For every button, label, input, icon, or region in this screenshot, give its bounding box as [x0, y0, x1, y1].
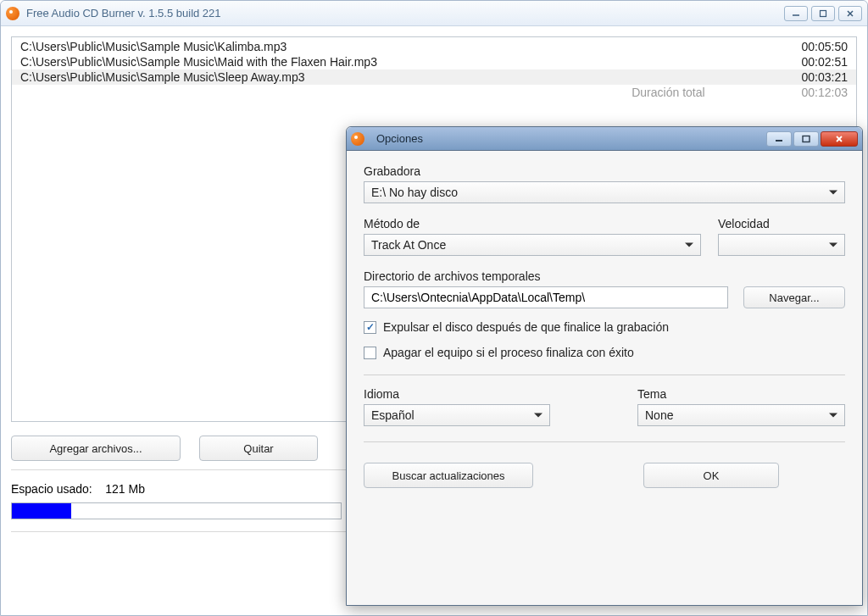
- options-body: Grabadora E:\ No hay disco Método de Tra…: [347, 151, 862, 502]
- check-updates-button[interactable]: Buscar actualizaciones: [364, 463, 533, 488]
- minimize-button[interactable]: [784, 6, 808, 21]
- method-select[interactable]: Track At Once: [364, 234, 701, 256]
- recorder-value: E:\ No hay disco: [371, 186, 458, 199]
- theme-select[interactable]: None: [637, 404, 845, 426]
- browse-button[interactable]: Navegar...: [743, 286, 845, 308]
- maximize-button[interactable]: [811, 6, 835, 21]
- total-duration: 00:12:03: [802, 86, 849, 99]
- separator: [364, 441, 845, 442]
- close-button[interactable]: [821, 131, 858, 147]
- theme-label: Tema: [637, 387, 845, 401]
- recorder-select[interactable]: E:\ No hay disco: [364, 181, 845, 203]
- tempdir-label: Directorio de archivos temporales: [364, 269, 845, 283]
- file-path: C:\Users\Public\Music\Sample Music\Sleep…: [20, 70, 305, 84]
- maximize-button[interactable]: [793, 131, 819, 147]
- file-duration: 00:05:50: [802, 40, 849, 53]
- theme-value: None: [645, 408, 673, 422]
- add-files-button[interactable]: Agregar archivos...: [11, 436, 181, 461]
- file-duration: 00:03:21: [802, 70, 849, 84]
- total-label: Duración total: [632, 86, 704, 99]
- shutdown-checkbox[interactable]: [364, 347, 376, 359]
- window-controls: [784, 6, 862, 21]
- file-duration: 00:02:51: [802, 55, 849, 69]
- svg-rect-1: [821, 10, 826, 16]
- method-label: Método de: [364, 217, 701, 230]
- shutdown-label: Apagar el equipo si el proceso finaliza …: [383, 346, 634, 359]
- options-dialog: Opciones Grabadora E:\ No hay disco Méto…: [346, 126, 863, 606]
- method-value: Track At Once: [371, 238, 446, 252]
- minimize-button[interactable]: [766, 131, 792, 147]
- space-used-label: Espacio usado:: [11, 482, 92, 496]
- main-titlebar[interactable]: Free Audio CD Burner v. 1.5.5 build 221: [1, 1, 867, 26]
- language-value: Español: [371, 408, 415, 422]
- options-title: Opciones: [376, 132, 766, 145]
- ok-button[interactable]: OK: [643, 463, 779, 488]
- file-row[interactable]: C:\Users\Public\Music\Sample Music\Sleep…: [12, 69, 856, 85]
- separator: [364, 375, 845, 375]
- window-title: Free Audio CD Burner v. 1.5.5 build 221: [26, 7, 784, 19]
- file-path: C:\Users\Public\Music\Sample Music\Kalim…: [20, 40, 287, 53]
- options-titlebar[interactable]: Opciones: [347, 127, 862, 151]
- language-select[interactable]: Español: [364, 404, 550, 426]
- language-label: Idioma: [364, 387, 550, 401]
- svg-rect-5: [803, 136, 810, 142]
- file-row[interactable]: C:\Users\Public\Music\Sample Music\Maid …: [12, 54, 856, 69]
- app-icon: [351, 132, 364, 146]
- file-path: C:\Users\Public\Music\Sample Music\Maid …: [20, 55, 377, 69]
- eject-label: Expulsar el disco después de que finalic…: [383, 320, 669, 334]
- space-progress-fill: [12, 503, 71, 519]
- close-button[interactable]: [838, 6, 862, 21]
- space-used-value: 121 Mb: [105, 482, 145, 496]
- speed-select[interactable]: [718, 234, 845, 256]
- space-progress: [11, 502, 342, 519]
- total-row: Duración total 00:12:03: [12, 85, 856, 100]
- tempdir-input[interactable]: [364, 286, 728, 308]
- options-window-controls: [766, 131, 858, 147]
- remove-button[interactable]: Quitar: [199, 436, 318, 461]
- recorder-label: Grabadora: [364, 164, 845, 178]
- speed-label: Velocidad: [718, 217, 845, 230]
- file-row[interactable]: C:\Users\Public\Music\Sample Music\Kalim…: [12, 39, 856, 54]
- app-icon: [6, 7, 19, 20]
- eject-checkbox[interactable]: [364, 321, 376, 334]
